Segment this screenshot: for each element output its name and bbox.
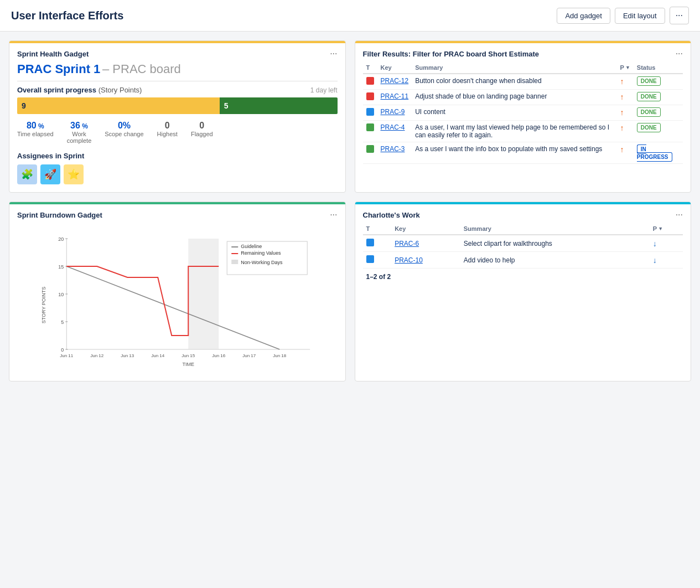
row-key: PRAC-3: [377, 142, 412, 164]
row-summary: Button color doesn't change when disable…: [412, 74, 616, 90]
filter-results-scroll[interactable]: T Key Summary P ▼ Status PRAC-12: [355, 62, 691, 172]
svg-rect-25: [231, 246, 238, 247]
board-name: PRAC board: [112, 62, 181, 76]
row-priority: ↓: [650, 252, 683, 269]
progress-text: Overall sprint progress: [17, 86, 96, 94]
svg-text:Jun 16: Jun 16: [212, 353, 226, 358]
row-status: DONE: [634, 121, 683, 142]
charlottes-table: T Key Summary P ▼ PRAC-6 Select clipart …: [363, 223, 683, 269]
pagination: 1–2 of 2: [363, 269, 683, 281]
assignees-label: Assignees in Sprint: [17, 152, 338, 160]
days-left: 1 day left: [310, 86, 338, 94]
col-p: P ▼: [650, 223, 683, 235]
table-row: PRAC-12 Button color doesn't change when…: [363, 74, 683, 90]
stat-flagged: 0 Flagged: [191, 121, 213, 144]
charlottes-title: Charlotte's Work: [363, 211, 420, 219]
col-summary: Summary: [412, 62, 616, 74]
row-priority: ↑: [617, 74, 634, 90]
row-status: DONE: [634, 105, 683, 121]
row-key: PRAC-12: [377, 74, 412, 90]
col-summary: Summary: [460, 223, 650, 235]
more-options-button[interactable]: ···: [670, 7, 689, 24]
stat-time-elapsed: 80 % Time elapsed: [17, 121, 54, 144]
edit-layout-button[interactable]: Edit layout: [615, 8, 665, 24]
page-title: User Interface Efforts: [11, 9, 123, 22]
filter-table-head: T Key Summary P ▼ Status: [363, 62, 683, 74]
burndown-header: Sprint Burndown Gadget ···: [9, 204, 345, 223]
charlottes-body: T Key Summary P ▼ PRAC-6 Select clipart …: [355, 223, 691, 288]
charlottes-header-row: T Key Summary P ▼: [363, 223, 683, 235]
burndown-title: Sprint Burndown Gadget: [17, 211, 102, 219]
row-summary: Add video to help: [460, 252, 650, 269]
table-row: PRAC-6 Select clipart for walkthroughs ↓: [363, 235, 683, 252]
dashboard: Sprint Health Gadget ··· PRAC Sprint 1 –…: [0, 32, 700, 390]
row-key: PRAC-9: [377, 105, 412, 121]
filter-table-header-row: T Key Summary P ▼ Status: [363, 62, 683, 74]
table-row: PRAC-10 Add video to help ↓: [363, 252, 683, 269]
stat-highest: 0 Highest: [157, 121, 178, 144]
row-summary: As a user, I want my last viewed help pa…: [412, 121, 616, 142]
sprint-divider: [17, 81, 338, 81]
row-status: IN PROGRESS: [634, 142, 683, 164]
charlottes-menu-button[interactable]: ···: [676, 210, 683, 220]
row-key: PRAC-4: [377, 121, 412, 142]
progress-yellow-segment: 9: [17, 97, 220, 114]
row-status: DONE: [634, 90, 683, 105]
svg-text:Jun 14: Jun 14: [151, 353, 165, 358]
sprint-name: PRAC Sprint 1: [17, 62, 100, 76]
sprint-health-title: Sprint Health Gadget: [17, 50, 89, 58]
row-priority: ↑: [617, 90, 634, 105]
filter-results-title: Filter Results: Filter for PRAC board Sh…: [363, 50, 540, 58]
filter-results-body: T Key Summary P ▼ Status PRAC-12: [355, 62, 691, 172]
svg-text:Jun 15: Jun 15: [182, 353, 195, 358]
col-p: P ▼: [617, 62, 634, 74]
charlottes-table-body: PRAC-6 Select clipart for walkthroughs ↓…: [363, 235, 683, 269]
sprint-health-gadget: Sprint Health Gadget ··· PRAC Sprint 1 –…: [9, 40, 346, 193]
assignees-row: 🧩 🚀 ⭐: [17, 164, 338, 184]
row-type: [363, 235, 392, 252]
row-key: PRAC-10: [391, 252, 460, 269]
svg-text:TIME: TIME: [183, 362, 195, 367]
svg-text:STORY POINTS: STORY POINTS: [41, 287, 46, 324]
svg-text:5: 5: [61, 319, 64, 325]
stats-row: 80 % Time elapsed 36 % Workcomplete 0% S…: [17, 121, 338, 144]
progress-unit: (Story Points): [98, 86, 142, 94]
progress-green-segment: 5: [220, 97, 338, 114]
row-summary: UI content: [412, 105, 616, 121]
row-status: DONE: [634, 74, 683, 90]
progress-bar: 9 5: [17, 97, 338, 114]
col-key: Key: [391, 223, 460, 235]
row-summary: Select clipart for walkthroughs: [460, 235, 650, 252]
svg-rect-27: [231, 253, 238, 254]
progress-header: Overall sprint progress (Story Points) 1…: [17, 86, 338, 94]
sprint-health-menu-button[interactable]: ···: [330, 49, 337, 59]
svg-text:Remaining Values: Remaining Values: [241, 250, 281, 256]
avatar-1: 🧩: [17, 164, 37, 184]
table-row: PRAC-9 UI content ↑ DONE: [363, 105, 683, 121]
charlottes-header: Charlotte's Work ···: [355, 204, 691, 223]
add-gadget-button[interactable]: Add gadget: [557, 8, 610, 24]
row-type: [363, 121, 377, 142]
burndown-menu-button[interactable]: ···: [330, 210, 337, 220]
svg-rect-24: [227, 241, 307, 275]
row-key: PRAC-6: [391, 235, 460, 252]
col-t: T: [363, 223, 392, 235]
col-key: Key: [377, 62, 412, 74]
table-row: PRAC-4 As a user, I want my last viewed …: [363, 121, 683, 142]
row-priority: ↑: [617, 142, 634, 164]
charlottes-work-gadget: Charlotte's Work ··· T Key Summary P ▼: [355, 202, 692, 381]
row-type: [363, 252, 392, 269]
sprint-burndown-gadget: Sprint Burndown Gadget ··· STORY POINTS …: [9, 202, 346, 381]
burndown-svg: STORY POINTS 0 5 10 15 20 Jun 11 Jun 12 …: [17, 228, 338, 372]
sprint-dash: –: [102, 62, 112, 76]
charlottes-table-head: T Key Summary P ▼: [363, 223, 683, 235]
svg-text:20: 20: [58, 236, 64, 242]
filter-results-menu-button[interactable]: ···: [676, 49, 683, 59]
table-row: PRAC-3 As a user I want the info box to …: [363, 142, 683, 164]
svg-text:Jun 12: Jun 12: [90, 353, 104, 358]
svg-text:10: 10: [58, 292, 64, 297]
col-t: T: [363, 62, 377, 74]
stat-scope-change: 0% Scope change: [105, 121, 143, 144]
row-key: PRAC-11: [377, 90, 412, 105]
row-type: [363, 105, 377, 121]
